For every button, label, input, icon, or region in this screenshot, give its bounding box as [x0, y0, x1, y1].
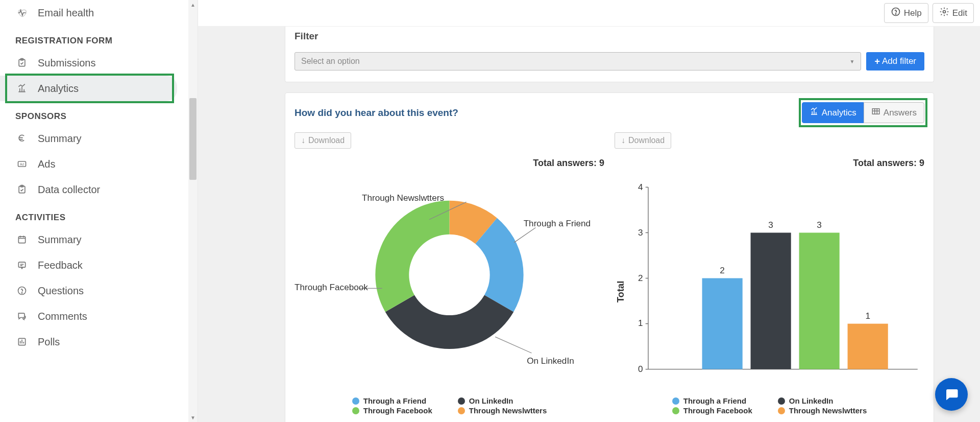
- legend-dot-friend: [672, 397, 679, 405]
- chat-fab[interactable]: [935, 378, 968, 411]
- add-filter-label: Add filter: [882, 56, 916, 66]
- download-label: Download: [628, 136, 665, 145]
- legend-dot-newsletters: [458, 407, 465, 414]
- legend-dot-newsletters: [778, 407, 785, 414]
- bar-total-answers: Total answers: 9: [615, 158, 924, 169]
- download-icon: ↓: [621, 136, 625, 145]
- calendar-icon: [15, 233, 29, 246]
- content-area: Filter Select an option + Add filter How…: [198, 27, 980, 422]
- toggle-analytics-label: Analytics: [822, 108, 856, 118]
- legend-dot-facebook: [672, 407, 679, 414]
- donut-legend: Through a Friend Through Facebook On Lin…: [295, 396, 604, 415]
- sidebar-item-label: Ads: [38, 158, 55, 170]
- edit-button[interactable]: Edit: [933, 3, 974, 23]
- svg-text:1: 1: [865, 311, 870, 321]
- donut-total-answers: Total answers: 9: [295, 158, 604, 169]
- download-bar-button[interactable]: ↓ Download: [615, 132, 671, 149]
- plus-icon: +: [874, 56, 880, 67]
- sidebar-item-sponsors-summary[interactable]: Summary: [0, 126, 198, 151]
- section-sponsors: SPONSORS: [0, 101, 198, 126]
- svg-point-12: [895, 14, 896, 14]
- sidebar-item-polls[interactable]: Polls: [0, 329, 198, 355]
- view-toggle: Analytics Answers: [802, 102, 924, 123]
- legend-dot-facebook: [352, 407, 359, 414]
- svg-text:3: 3: [817, 220, 822, 230]
- analytics-icon: [810, 107, 819, 119]
- sidebar-item-label: Summary: [38, 234, 82, 246]
- question-panel: How did you hear about this event? Analy…: [285, 92, 934, 422]
- donut-label-facebook: Through Facebook: [295, 282, 368, 292]
- svg-text:Ad: Ad: [20, 162, 24, 166]
- filter-panel: Filter Select an option + Add filter: [285, 27, 934, 82]
- toggle-answers-label: Answers: [884, 108, 917, 118]
- download-icon: ↓: [301, 136, 305, 145]
- help-button[interactable]: Help: [884, 3, 928, 23]
- topbar: Help Edit: [198, 0, 980, 27]
- chat-icon: [944, 387, 959, 402]
- scrollbar-thumb[interactable]: [189, 98, 197, 180]
- sidebar-item-comments[interactable]: Comments: [0, 303, 198, 329]
- download-donut-button[interactable]: ↓ Download: [295, 132, 351, 149]
- sidebar-item-email-health[interactable]: Email health: [0, 0, 198, 26]
- sidebar-item-analytics[interactable]: Analytics: [0, 76, 177, 101]
- svg-text:2: 2: [720, 265, 725, 275]
- add-filter-button[interactable]: + Add filter: [866, 52, 924, 71]
- y-axis-label: Total: [615, 281, 626, 303]
- svg-point-13: [943, 11, 945, 13]
- feedback-icon: [15, 259, 29, 272]
- sidebar-item-activities-summary[interactable]: Summary: [0, 227, 198, 252]
- bar-legend: Through a Friend Through Facebook On Lin…: [615, 396, 924, 415]
- download-label: Download: [308, 136, 345, 145]
- analytics-icon: [15, 82, 29, 95]
- scroll-up-icon[interactable]: ▲: [188, 0, 198, 9]
- help-icon: [891, 7, 901, 19]
- svg-rect-6: [18, 237, 25, 243]
- svg-rect-7: [18, 262, 25, 267]
- scroll-down-icon[interactable]: ▼: [188, 413, 198, 422]
- svg-text:4: 4: [638, 182, 643, 192]
- sidebar-item-questions[interactable]: Questions: [0, 278, 198, 303]
- svg-text:3: 3: [638, 227, 643, 238]
- sidebar-scrollbar[interactable]: ▲ ▼: [188, 0, 198, 422]
- euro-icon: [15, 132, 29, 145]
- toggle-analytics[interactable]: Analytics: [802, 102, 864, 123]
- polls-icon: [15, 335, 29, 348]
- question-icon: [15, 284, 29, 297]
- bar-chart: Total 0 1 2 3 4: [615, 174, 924, 389]
- sidebar-item-label: Polls: [38, 336, 60, 348]
- svg-text:0: 0: [638, 364, 643, 374]
- sidebar-item-label: Analytics: [38, 83, 79, 95]
- sidebar-item-label: Summary: [38, 133, 82, 145]
- sidebar-item-label: Questions: [38, 285, 84, 297]
- sidebar-item-data-collector[interactable]: Data collector: [0, 177, 198, 202]
- svg-line-16: [514, 228, 535, 243]
- filter-title: Filter: [295, 31, 924, 42]
- sidebar-item-submissions[interactable]: Submissions: [0, 50, 198, 76]
- sidebar-item-label: Submissions: [38, 57, 95, 69]
- toggle-answers[interactable]: Answers: [864, 102, 924, 123]
- sidebar-item-label: Data collector: [38, 184, 100, 196]
- svg-text:2: 2: [638, 273, 643, 283]
- donut-label-newsletters: Through Newslwtters: [362, 193, 444, 203]
- comments-icon: [15, 310, 29, 323]
- legend-dot-linkedin: [458, 397, 465, 405]
- clipboard-icon: [15, 56, 29, 69]
- donut-chart: Through Newslwtters Through a Friend On …: [295, 174, 604, 389]
- sidebar-item-label: Comments: [38, 311, 87, 322]
- sidebar: Email health REGISTRATION FORM Submissio…: [0, 0, 198, 422]
- svg-line-17: [495, 337, 531, 353]
- bar-friend: [702, 278, 743, 369]
- sidebar-item-label: Feedback: [38, 260, 83, 271]
- ad-icon: Ad: [15, 157, 29, 171]
- section-registration-form: REGISTRATION FORM: [0, 26, 198, 50]
- legend-dot-linkedin: [778, 397, 785, 405]
- svg-point-9: [21, 293, 22, 293]
- gear-icon: [939, 7, 949, 19]
- sidebar-item-ads[interactable]: Ad Ads: [0, 151, 198, 177]
- filter-select[interactable]: Select an option: [295, 52, 861, 71]
- clipboard-check-icon: [15, 183, 29, 196]
- help-label: Help: [904, 8, 922, 18]
- edit-label: Edit: [952, 8, 967, 18]
- donut-label-linkedin: On LinkedIn: [527, 356, 574, 366]
- sidebar-item-feedback[interactable]: Feedback: [0, 252, 198, 278]
